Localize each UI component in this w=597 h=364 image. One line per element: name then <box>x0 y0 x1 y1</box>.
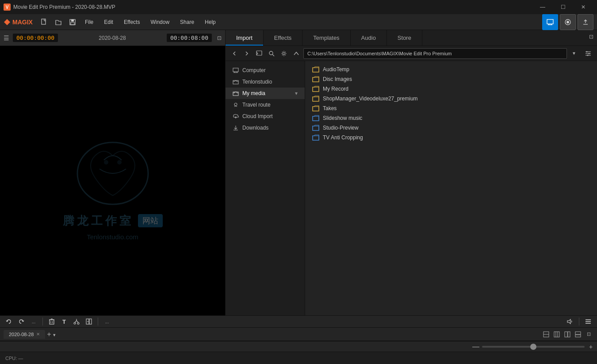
file-name: My Record <box>323 86 348 92</box>
close-button[interactable]: ✕ <box>573 0 593 14</box>
tab-audio[interactable]: Audio <box>351 30 387 46</box>
menu-file[interactable]: File <box>80 17 98 27</box>
menu-window[interactable]: Window <box>146 17 174 27</box>
more-undo-button[interactable]: ... <box>28 317 39 326</box>
timeline-tab-main[interactable]: 2020-08-28 ✕ <box>4 330 45 339</box>
browser-back-button[interactable] <box>229 48 240 59</box>
svg-rect-47 <box>313 77 319 82</box>
delete-button[interactable] <box>46 317 57 326</box>
expand-preview-button[interactable]: ⊡ <box>217 35 222 41</box>
cut-button[interactable] <box>71 317 82 326</box>
timeline-view-3[interactable] <box>563 330 572 339</box>
svg-rect-4 <box>71 23 74 25</box>
minimize-button[interactable]: — <box>532 0 553 14</box>
path-bar[interactable] <box>303 48 567 59</box>
save-button[interactable] <box>66 16 79 28</box>
timeline-view-2[interactable] <box>552 330 562 339</box>
file-item-shopmanager[interactable]: ShopManager_Videodeluxe27_premium <box>307 94 595 103</box>
zoom-bar: — + <box>0 341 597 352</box>
menu-edit[interactable]: Edit <box>100 17 118 27</box>
svg-rect-62 <box>89 319 92 324</box>
svg-rect-51 <box>313 116 319 121</box>
right-toolbar <box>565 317 593 326</box>
nav-tenlonstudio[interactable]: Tenlonstudio <box>226 76 305 88</box>
tab-import[interactable]: Import <box>226 30 264 46</box>
file-item-disc-images[interactable]: Disc Images <box>307 74 595 84</box>
timeline-view-4[interactable] <box>573 330 583 339</box>
file-name: Studio-Preview <box>323 125 359 131</box>
file-name: Takes <box>323 105 337 111</box>
svg-rect-1 <box>42 19 46 24</box>
browser-forward-button[interactable] <box>241 48 252 59</box>
nav-computer[interactable]: Computer <box>226 65 305 76</box>
text-button[interactable]: T <box>59 317 69 326</box>
browser-favorite-button[interactable] <box>254 48 264 59</box>
svg-rect-66 <box>586 321 591 322</box>
svg-rect-5 <box>547 19 553 24</box>
svg-point-29 <box>283 52 285 54</box>
export-button[interactable] <box>578 14 593 30</box>
record-button[interactable] <box>560 14 576 30</box>
file-item-audiotemp[interactable]: AudioTemp <box>307 65 595 74</box>
svg-point-42 <box>234 103 237 106</box>
watermark-text: 腾龙工作室 <box>63 213 134 229</box>
more-tools-button[interactable]: ... <box>102 317 112 326</box>
svg-point-33 <box>586 51 588 52</box>
file-item-my-record[interactable]: My Record <box>307 84 595 94</box>
panel-expand-button[interactable]: ⊡ <box>586 30 597 46</box>
tab-templates[interactable]: Templates <box>302 30 350 46</box>
nav-downloads[interactable]: Downloads <box>226 122 305 134</box>
zoom-thumb[interactable] <box>530 344 536 350</box>
view-options-button[interactable] <box>583 48 593 59</box>
list-view-button[interactable] <box>583 317 593 326</box>
nav-my-media[interactable]: My media ▾ <box>226 88 305 99</box>
add-timeline-button[interactable]: + ▾ <box>47 330 56 338</box>
close-timeline-tab[interactable]: ✕ <box>36 332 40 337</box>
file-item-takes[interactable]: Takes <box>307 103 595 113</box>
menu-share[interactable]: Share <box>176 17 199 27</box>
open-file-button[interactable] <box>52 16 65 28</box>
monitor-button[interactable] <box>542 14 558 30</box>
separator-3 <box>579 318 579 326</box>
file-item-tv-anti-cropping[interactable]: TV Anti Cropping <box>307 133 595 142</box>
browser-search-button[interactable] <box>266 48 277 59</box>
redo-button[interactable] <box>16 317 27 326</box>
svg-rect-46 <box>313 68 319 72</box>
undo-button[interactable] <box>4 317 14 326</box>
menu-help[interactable]: Help <box>200 17 220 27</box>
nav-travel-route-label: Travel route <box>242 102 271 108</box>
maximize-button[interactable]: ☐ <box>553 0 573 14</box>
magix-logo: MAGIX <box>4 19 33 26</box>
file-name: Slideshow music <box>323 115 362 121</box>
file-item-slideshow-music[interactable]: Slideshow music <box>307 113 595 123</box>
path-dropdown-button[interactable]: ▼ <box>569 48 579 59</box>
main-layout: ☰ 00:00:00:00 2020-08-28 00:00:08:00 ⊡ <box>0 30 597 352</box>
timeline-expand-button[interactable]: ⊡ <box>584 330 593 339</box>
browser-up-button[interactable] <box>291 48 302 59</box>
menu-effects[interactable]: Effects <box>119 17 144 27</box>
svg-rect-73 <box>565 332 567 337</box>
zoom-slider[interactable] <box>482 346 585 348</box>
timecode-display: 00:00:00:00 <box>13 34 58 42</box>
file-item-studio-preview[interactable]: Studio-Preview <box>307 123 595 133</box>
svg-rect-54 <box>50 320 54 324</box>
timeline-view-1[interactable] <box>541 330 551 339</box>
new-file-button[interactable] <box>38 16 50 28</box>
tab-store[interactable]: Store <box>387 30 422 46</box>
volume-button[interactable] <box>565 317 575 326</box>
zoom-out-button[interactable]: — <box>471 342 480 351</box>
title-text: Movie Edit Pro Premium - 2020-08-28.MVP <box>13 4 115 10</box>
hamburger-menu[interactable]: ☰ <box>4 34 9 42</box>
zoom-in-button[interactable]: + <box>586 342 595 351</box>
nav-cloud-import[interactable]: Cloud Import <box>226 111 305 122</box>
date-label: 2020-08-28 <box>99 35 126 41</box>
nav-travel-route[interactable]: Travel route <box>226 99 305 111</box>
end-timecode-display: 00:00:08:00 <box>167 34 212 42</box>
insert-button[interactable] <box>84 317 94 326</box>
app-icon: V <box>4 4 11 11</box>
right-panel: Import Effects Templates Audio Store ⊡ <box>226 30 597 352</box>
title-bar-controls: — ☐ ✕ <box>532 0 593 14</box>
svg-marker-0 <box>4 19 10 25</box>
tab-effects[interactable]: Effects <box>264 30 303 46</box>
browser-settings-button[interactable] <box>279 48 289 59</box>
